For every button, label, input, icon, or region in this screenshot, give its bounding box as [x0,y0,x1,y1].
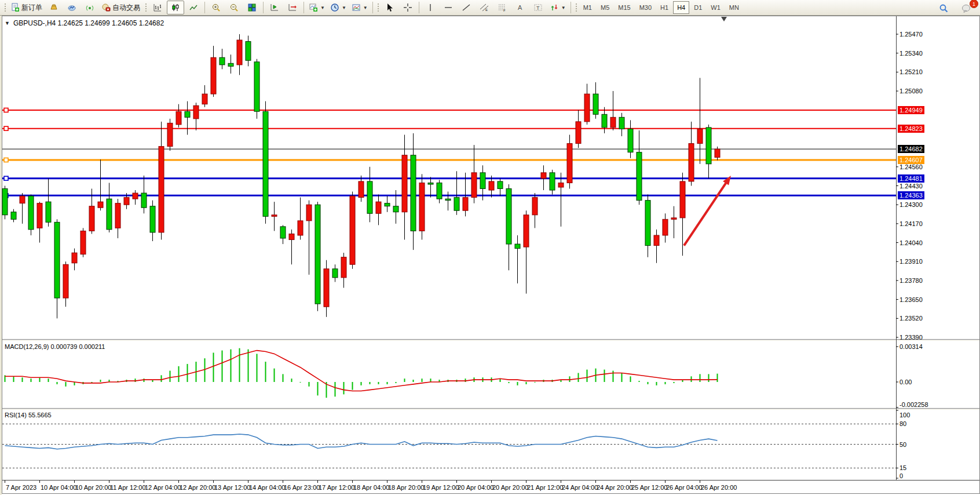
indicators-icon [309,3,318,12]
macd-histogram-bar [665,382,666,384]
bull-candle [697,129,703,143]
cursor-tool-button[interactable] [381,1,398,14]
macd-indicator-label: MACD(12,26,9) 0.000739 0.000211 [5,343,105,350]
mt4-application: 新订单 自动交易 [0,0,980,495]
bear-candle [332,269,338,278]
bear-candle [498,181,503,189]
bear-candle [315,205,320,304]
bear-candle [220,57,225,65]
clock-icon [330,3,339,12]
svg-text:F: F [503,9,506,12]
macd-histogram-bar [465,378,466,382]
templates-button[interactable]: ▼ [349,1,370,14]
timeframe-m30-button[interactable]: M30 [635,1,656,14]
macd-histogram-bar [422,378,423,382]
auto-trading-button[interactable]: 自动交易 [99,1,142,14]
chart-shift-marker[interactable] [721,17,727,21]
data-window-button[interactable] [63,1,81,14]
bull-candle [359,181,364,198]
toolbar-separator [419,2,419,13]
chart-canvas[interactable] [0,0,980,495]
trendline-tool-button[interactable] [458,1,475,14]
horizontal-line-tool-button[interactable] [440,1,457,14]
toolbar-grip[interactable] [3,2,6,13]
macd-histogram-bar [274,369,275,382]
bull-candle [159,147,164,232]
macd-histogram-bar [187,364,188,382]
timeframe-mn-button[interactable]: MN [725,1,743,14]
text-tool-button[interactable]: A [511,1,529,14]
auto-scroll-button[interactable] [266,1,283,14]
candlestick-mode-button[interactable] [167,1,184,14]
notification-badge: 1 [970,0,978,8]
macd-histogram-bar [535,382,536,383]
bull-candle [489,181,494,190]
arrows-tool-button[interactable]: ▼ [547,1,568,14]
timeframe-m1-button[interactable]: M1 [579,1,596,14]
bear-candle [454,198,459,211]
bull-candle [202,94,207,104]
indicators-button[interactable]: ▼ [306,1,327,14]
timeframe-h1-button[interactable]: H1 [656,1,672,14]
timeframe-d1-button[interactable]: D1 [690,1,706,14]
notifications-button[interactable]: 1 [958,1,975,15]
text-icon: A [515,3,525,12]
bull-candle [654,235,659,246]
crosshair-tool-button[interactable] [399,1,416,14]
bear-candle [506,189,511,245]
macd-histogram-bar [621,373,623,382]
vertical-line-tool-button[interactable] [422,1,439,14]
auto-trading-label: 自动交易 [112,3,140,13]
macd-histogram-bar [22,377,23,382]
bear-candle [280,227,286,238]
signals-button[interactable] [81,1,98,14]
macd-histogram-bar [630,376,631,382]
new-order-button[interactable]: 新订单 [8,1,45,14]
auto-trading-icon [101,3,111,12]
periods-button[interactable]: ▼ [328,1,349,14]
vertical-line-icon [426,3,435,12]
symbol-dropdown-icon[interactable]: ▼ [5,20,10,26]
bull-candle [115,203,120,228]
bull-candle [350,196,355,264]
market-watch-button[interactable] [45,1,63,14]
cursor-icon [385,3,394,12]
line-chart-mode-button[interactable] [185,1,202,14]
search-button[interactable] [935,1,952,15]
macd-histogram-bar [231,350,232,382]
toolbar-grip[interactable] [144,2,147,13]
bar-chart-mode-button[interactable] [149,1,166,14]
macd-histogram-bar [92,382,93,383]
bear-candle [2,189,8,215]
channel-tool-button[interactable]: E [476,1,493,14]
macd-histogram-bar [257,354,258,382]
toolbar-grip[interactable] [575,2,577,13]
text-label-tool-button[interactable]: T [529,1,547,14]
bear-candle [107,199,112,230]
bear-candle [263,111,268,216]
toolbar-grip[interactable] [376,2,379,13]
macd-histogram-bar [291,378,292,382]
bull-candle [584,94,590,122]
macd-histogram-bar [213,352,214,382]
bull-candle [133,193,138,199]
toolbar-separator [571,2,571,13]
bear-candle [246,42,251,61]
bull-candle [193,105,199,119]
tile-windows-button[interactable] [243,1,261,14]
chart-shift-button[interactable] [284,1,301,14]
timeframe-h4-button[interactable]: H4 [673,1,689,14]
zoom-in-button[interactable] [207,1,225,14]
trend-arrow[interactable] [684,180,727,245]
timeframe-w1-button[interactable]: W1 [707,1,725,14]
timeframe-m5-button[interactable]: M5 [597,1,613,14]
macd-histogram-bar [717,374,718,382]
search-icon [939,3,949,13]
macd-histogram-bar [135,378,136,382]
timeframe-m15-button[interactable]: M15 [614,1,634,14]
zoom-out-button[interactable] [225,1,243,14]
equidistant-channel-icon: E [480,3,489,12]
fibonacci-tool-button[interactable]: F [493,1,511,14]
bull-candle [610,117,616,128]
macd-histogram-bar [265,362,266,382]
